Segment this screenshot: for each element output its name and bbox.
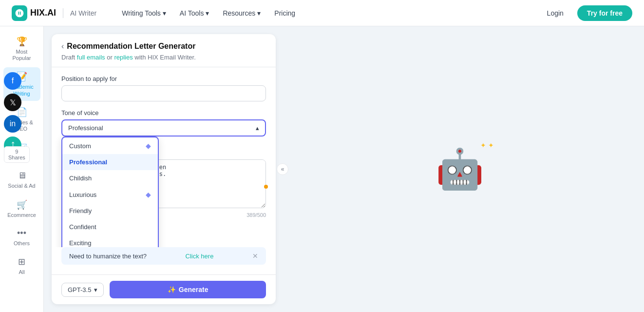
replies-link[interactable]: replies — [114, 54, 133, 61]
humanize-link[interactable]: Click here — [186, 253, 214, 260]
shares-label: Shares — [8, 155, 25, 160]
main-layout: 🏆 Most Popular 📝 Academic Writing 📄 Arti… — [0, 26, 644, 312]
model-label: GPT-3.5 — [68, 286, 91, 293]
sidebar-item-ecommerce[interactable]: 🛒 Ecommerce — [3, 195, 40, 222]
tone-field: Tone of voice Professional ▴ Custom ◆ — [61, 109, 266, 136]
logo-icon — [12, 5, 27, 21]
back-button[interactable]: ‹ — [61, 42, 64, 51]
nav-ai-tools[interactable]: AI Tools ▾ — [174, 6, 215, 20]
tone-option-childish[interactable]: Childish — [62, 170, 158, 186]
sidebar-item-all[interactable]: ⊞ All — [3, 253, 40, 279]
logo-brand: HIX.AI — [30, 8, 56, 18]
logo-separator — [63, 8, 63, 18]
position-input[interactable] — [61, 85, 266, 101]
nav-pricing[interactable]: Pricing — [268, 6, 301, 20]
form-bottom: GPT-3.5 ▾ ✨ Generate — [52, 274, 276, 304]
sidebar-label-ecommerce: Ecommerce — [7, 212, 36, 218]
tone-dropdown-menu: Custom ◆ Professional Childish Luxurious — [61, 136, 159, 247]
header-left: HIX.AI AI Writer Writing Tools ▾ AI Tool… — [12, 5, 301, 21]
crown-icon: 🏆 — [17, 36, 27, 47]
sparkle-icon: ✦ ✦ — [480, 141, 494, 149]
humanize-text: Need to humanize the text? — [69, 253, 147, 260]
tone-selected-value: Professional — [68, 124, 103, 132]
shares-badge: 9 Shares — [4, 146, 30, 163]
social-icon: 🖥 — [18, 171, 26, 181]
mascot: 🤖 ✦ ✦ — [436, 146, 484, 192]
ecommerce-icon: 🛒 — [17, 199, 27, 210]
sidebar-item-social-ad[interactable]: 🖥 Social & Ad — [3, 167, 40, 193]
content-area: ‹ Recommendation Letter Generator Draft … — [44, 26, 644, 312]
chevron-up-icon: ▴ — [256, 124, 259, 132]
form-panel: ‹ Recommendation Letter Generator Draft … — [52, 34, 276, 304]
form-title: Recommendation Letter Generator — [67, 42, 195, 51]
wand-icon: ✨ — [168, 286, 176, 293]
form-body: Position to apply for Tone of voice Prof… — [52, 67, 276, 247]
tone-option-luxurious[interactable]: Luxurious ◆ — [62, 186, 158, 203]
linkedin-share-button[interactable]: in — [4, 115, 21, 133]
sidebar-label-all: All — [19, 269, 24, 275]
logo-sub: AI Writer — [70, 9, 96, 17]
tone-options-list: Custom ◆ Professional Childish Luxurious — [62, 137, 158, 247]
position-field: Position to apply for — [61, 75, 266, 101]
mascot-image: 🤖 ✦ ✦ — [436, 146, 484, 192]
full-emails-link[interactable]: full emails — [77, 54, 105, 61]
nav-resources[interactable]: Resources ▾ — [217, 6, 266, 20]
tone-dropdown[interactable]: Professional ▴ — [61, 119, 266, 136]
back-nav: ‹ Recommendation Letter Generator — [61, 42, 266, 51]
tone-option-friendly[interactable]: Friendly — [62, 203, 158, 219]
close-humanize-button[interactable]: ✕ — [252, 252, 258, 260]
tone-option-custom[interactable]: Custom ◆ — [62, 137, 158, 154]
tone-option-exciting[interactable]: Exciting — [62, 235, 158, 247]
logo[interactable]: HIX.AI AI Writer — [12, 5, 96, 21]
tone-label: Tone of voice — [61, 109, 266, 117]
right-panel: « 🤖 ✦ ✦ — [284, 34, 636, 304]
facebook-share-button[interactable]: f — [4, 72, 21, 90]
tone-option-professional[interactable]: Professional — [62, 154, 158, 170]
sidebar-label-others: Others — [14, 240, 30, 247]
chevron-down-icon: ▾ — [94, 286, 97, 293]
collapse-button[interactable]: « — [277, 163, 288, 175]
tone-option-confident[interactable]: Confident — [62, 219, 158, 235]
sidebar-label-social-ad: Social & Ad — [8, 183, 35, 189]
humanize-container: Need to humanize the text? Click here ✕ — [52, 247, 276, 274]
header-right: Login Try for free — [539, 5, 632, 21]
diamond-icon: ◆ — [146, 142, 151, 150]
position-label: Position to apply for — [61, 75, 266, 82]
main-nav: Writing Tools ▾ AI Tools ▾ Resources ▾ P… — [116, 6, 301, 20]
login-button[interactable]: Login — [539, 6, 571, 20]
shares-count: 9 — [8, 149, 25, 155]
scroll-indicator — [264, 185, 268, 189]
humanize-bar: Need to humanize the text? Click here ✕ — [61, 247, 266, 265]
chevron-down-icon: ▾ — [163, 9, 166, 17]
model-selector[interactable]: GPT-3.5 ▾ — [61, 283, 104, 297]
social-sidebar: 9 Shares f 𝕏 in ⤴ — [0, 68, 25, 158]
sidebar-item-most-popular[interactable]: 🏆 Most Popular — [3, 32, 40, 65]
chevron-down-icon: ▾ — [257, 9, 261, 17]
chevron-down-icon: ▾ — [206, 9, 209, 17]
sidebar-label-most-popular: Most Popular — [6, 49, 38, 61]
form-header: ‹ Recommendation Letter Generator Draft … — [52, 34, 276, 67]
sidebar-item-others[interactable]: ••• Others — [3, 224, 40, 251]
header: HIX.AI AI Writer Writing Tools ▾ AI Tool… — [0, 0, 644, 26]
try-free-button[interactable]: Try for free — [577, 5, 632, 21]
twitter-share-button[interactable]: 𝕏 — [4, 94, 21, 111]
all-icon: ⊞ — [18, 256, 25, 267]
form-subtitle: Draft full emails or replies with HIX Em… — [61, 54, 266, 61]
diamond-icon: ◆ — [146, 191, 151, 198]
others-icon: ••• — [17, 228, 26, 238]
nav-writing-tools[interactable]: Writing Tools ▾ — [116, 6, 172, 20]
generate-button[interactable]: ✨ Generate — [110, 281, 266, 298]
